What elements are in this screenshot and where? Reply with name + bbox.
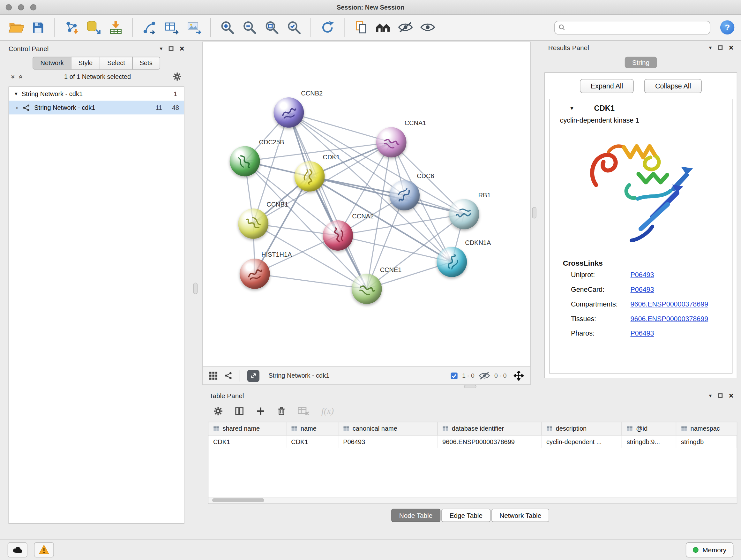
network-node-CCNA2[interactable]	[323, 220, 353, 251]
search-input[interactable]	[568, 23, 706, 31]
show-eye-icon[interactable]	[419, 18, 436, 37]
network-node-CCNB2[interactable]	[273, 98, 304, 128]
crosslink-link[interactable]: P06493	[630, 326, 654, 341]
network-row-selected[interactable]: ● String Network - cdk1 11 48	[9, 101, 184, 114]
network-node-RB1[interactable]	[449, 199, 479, 229]
tab-edge-table[interactable]: Edge Table	[441, 509, 490, 522]
maximize-window-button[interactable]	[30, 4, 37, 10]
network-collection-row[interactable]: ▼ String Network - cdk1 1	[9, 87, 184, 101]
column-header[interactable]: shared name	[208, 422, 286, 435]
network-node-CCNA1[interactable]	[376, 127, 407, 158]
network-canvas[interactable]: CCNB2CCNA1CDC25BCDK1CDC6RB1CCNB1CCNA2CDK…	[203, 42, 530, 367]
refresh-layout-icon[interactable]	[319, 18, 336, 37]
houses-icon[interactable]	[374, 18, 392, 37]
table-cell[interactable]: CDK1	[208, 435, 286, 448]
export-image-icon[interactable]	[185, 18, 203, 37]
collapse-all-button[interactable]: Collapse All	[644, 79, 702, 93]
gear-icon[interactable]	[173, 72, 182, 81]
save-session-icon[interactable]	[29, 18, 47, 37]
tab-style[interactable]: Style	[71, 57, 100, 70]
tab-network[interactable]: Network	[33, 57, 71, 70]
panel-menu-icon[interactable]: ▾	[709, 44, 712, 51]
network-node-CDKN1A[interactable]	[436, 247, 467, 277]
splitter-handle-bottom[interactable]	[464, 385, 476, 388]
memory-button[interactable]: Memory	[686, 542, 733, 557]
table-cell[interactable]: CDK1	[286, 435, 338, 448]
open-session-icon[interactable]	[7, 18, 24, 37]
panel-menu-icon[interactable]: ▾	[709, 392, 712, 399]
panel-float-icon[interactable]	[169, 46, 174, 51]
zoom-in-icon[interactable]	[218, 18, 236, 37]
hide-selected-eye-icon[interactable]	[396, 18, 414, 37]
detach-view-button[interactable]	[247, 369, 260, 382]
results-tab-string[interactable]: String	[624, 57, 657, 68]
zoom-out-icon[interactable]	[241, 18, 259, 37]
scrollbar-thumb[interactable]	[212, 498, 264, 502]
minimize-window-button[interactable]	[18, 4, 24, 10]
warnings-button[interactable]	[34, 542, 54, 557]
table-cell[interactable]: P06493	[338, 435, 437, 448]
expand-all-button[interactable]: Expand All	[580, 79, 634, 93]
import-network-file-icon[interactable]	[62, 18, 80, 37]
column-header[interactable]: canonical name	[338, 422, 437, 435]
import-table-file-icon[interactable]	[107, 18, 125, 37]
panel-close-icon[interactable]: ×	[729, 392, 734, 400]
help-button[interactable]: ?	[720, 20, 734, 35]
network-node-CDC25B[interactable]	[230, 146, 260, 177]
grid-view-icon[interactable]	[209, 372, 217, 380]
table-cell[interactable]: stringdb	[676, 435, 737, 448]
column-header[interactable]: namespac	[676, 422, 737, 435]
column-header[interactable]: database identifier	[437, 422, 542, 435]
show-columns-icon[interactable]	[235, 407, 244, 415]
hidden-eye-slash-icon[interactable]	[479, 372, 490, 380]
import-network-database-icon[interactable]	[84, 18, 103, 37]
tab-sets[interactable]: Sets	[132, 57, 160, 70]
toolbar-search[interactable]	[554, 20, 711, 34]
external-link-icon	[250, 373, 256, 379]
crosslink-link[interactable]: P06493	[630, 267, 654, 282]
table-cell[interactable]: stringdb:9...	[622, 435, 676, 448]
expand-all-icon[interactable]: »	[17, 75, 23, 78]
zoom-fit-icon[interactable]	[263, 18, 280, 37]
pan-move-icon[interactable]	[514, 371, 524, 381]
panel-menu-icon[interactable]: ▾	[160, 45, 163, 52]
protein-structure-image	[583, 130, 698, 254]
tab-node-table[interactable]: Node Table	[391, 509, 441, 522]
table-settings-gear-icon[interactable]	[213, 407, 222, 415]
add-column-plus-icon[interactable]	[256, 407, 265, 415]
section-collapse-icon[interactable]: ▾	[570, 105, 573, 112]
network-node-CDC6[interactable]	[389, 180, 420, 210]
panel-float-icon[interactable]	[718, 45, 723, 50]
splitter-handle-right[interactable]	[532, 207, 536, 219]
column-header[interactable]: description	[542, 422, 622, 435]
zoom-selected-icon[interactable]	[285, 18, 303, 37]
table-cell[interactable]: cyclin-dependent ...	[542, 435, 622, 448]
column-header[interactable]: @id	[622, 422, 676, 435]
crosslink-link[interactable]: P06493	[630, 282, 654, 297]
selected-checkbox-icon[interactable]	[450, 372, 458, 380]
tab-network-table[interactable]: Network Table	[491, 509, 549, 522]
crosslink-link[interactable]: 9606.ENSP00000378699	[630, 312, 709, 326]
close-window-button[interactable]	[6, 4, 12, 10]
panel-float-icon[interactable]	[718, 393, 723, 398]
table-horizontal-scrollbar[interactable]	[208, 497, 737, 503]
copy-document-icon[interactable]	[352, 18, 370, 37]
tab-select[interactable]: Select	[99, 57, 132, 70]
crosslink-link[interactable]: 9606.ENSP00000378699	[630, 297, 709, 312]
delete-column-trash-icon[interactable]	[277, 407, 285, 415]
network-node-HIST1H1A[interactable]	[240, 259, 270, 289]
export-table-icon[interactable]	[162, 18, 180, 37]
panel-close-icon[interactable]: ×	[180, 45, 185, 53]
table-row[interactable]: CDK1 CDK1 P06493 9606.ENSP00000378699 cy…	[208, 435, 737, 448]
tree-expand-icon[interactable]: ▼	[14, 91, 18, 97]
new-network-from-selection-icon[interactable]	[140, 18, 158, 37]
splitter-handle-left[interactable]	[193, 283, 198, 294]
cloud-button[interactable]	[8, 542, 27, 557]
network-node-CCNE1[interactable]	[352, 273, 382, 304]
network-node-CDK1[interactable]	[294, 161, 325, 192]
network-share-icon[interactable]	[224, 372, 232, 380]
column-header[interactable]: name	[286, 422, 338, 435]
network-node-CCNB1[interactable]	[238, 208, 268, 239]
panel-close-icon[interactable]: ×	[729, 44, 734, 52]
table-cell[interactable]: 9606.ENSP00000378699	[437, 435, 542, 448]
